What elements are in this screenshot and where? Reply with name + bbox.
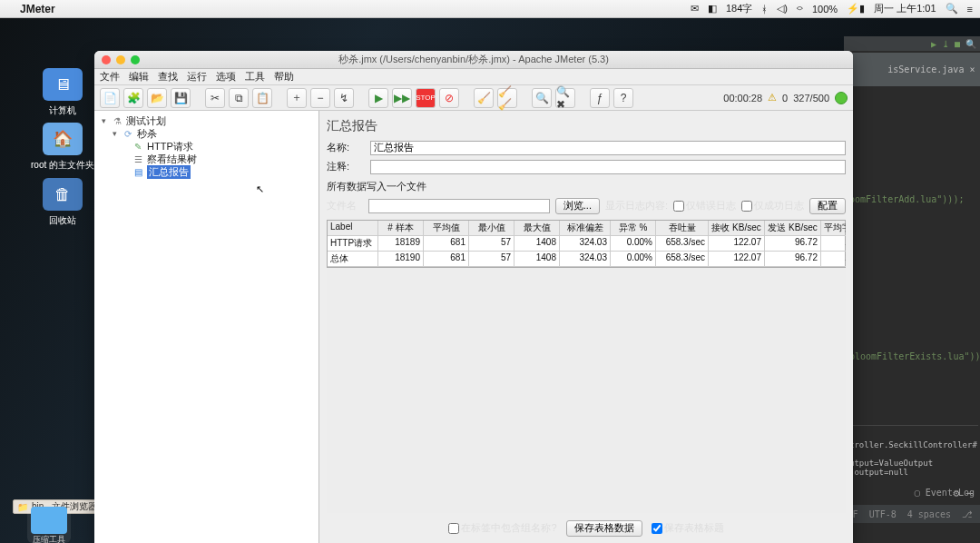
cell-through: 658.3/sec: [656, 236, 709, 252]
th-min[interactable]: 最小值: [469, 221, 514, 236]
th-max[interactable]: 最大值: [514, 221, 560, 236]
elapsed-time: 00:00:28: [723, 93, 762, 104]
include-group-checkbox[interactable]: 在标签中包含组名称?: [448, 521, 556, 535]
tree-node-threadgroup[interactable]: ▾ ⟳ 秒杀: [96, 127, 317, 140]
battery-icon[interactable]: ⚡▮: [847, 3, 865, 15]
help-button[interactable]: ?: [613, 88, 633, 108]
clear-button[interactable]: 🧹: [474, 88, 494, 108]
tree-node-label: 汇总报告: [147, 165, 191, 179]
desktop-icon-label: 回收站: [49, 215, 76, 225]
zoom-icon[interactable]: [131, 55, 140, 64]
tree-node-label: 察看结果树: [147, 153, 197, 166]
menu-help[interactable]: 帮助: [274, 70, 294, 84]
table-row[interactable]: 总体 18190 681 57 1408 324.03 0.00% 658.3/…: [328, 252, 845, 267]
panel-footer: 在标签中包含组名称? 保存表格数据 保存表格标题: [327, 517, 846, 539]
expand-handle-icon[interactable]: ▾: [111, 129, 119, 138]
function-helper-button[interactable]: ƒ: [590, 88, 610, 108]
configure-button[interactable]: 配置: [809, 198, 846, 214]
wifi-icon[interactable]: ⌔: [797, 4, 803, 15]
warning-icon[interactable]: ⚠: [768, 92, 777, 104]
debug-icon[interactable]: ⤓: [942, 39, 949, 49]
new-button[interactable]: 📄: [100, 88, 120, 108]
jmeter-titlebar: 秒杀.jmx (/Users/chenyanbin/秒杀.jmx) - Apac…: [94, 51, 853, 69]
clear-all-button[interactable]: 🧹🧹: [497, 88, 517, 108]
cell-error: 0.00%: [611, 236, 656, 252]
wechat-icon[interactable]: ✉: [691, 3, 699, 15]
desktop-icon-home[interactable]: 🏠 root 的主文件夹: [31, 123, 94, 172]
event-log-tab[interactable]: ▢ Event Log: [915, 488, 975, 498]
add-button[interactable]: ＋: [287, 88, 307, 108]
templates-button[interactable]: 🧩: [123, 88, 143, 108]
menubar-app-name[interactable]: JMeter: [20, 3, 55, 15]
spotlight-icon[interactable]: 🔍: [946, 3, 958, 15]
stop-button[interactable]: STOP: [416, 88, 436, 108]
search-icon[interactable]: 🔍: [965, 39, 976, 49]
copy-button[interactable]: ⧉: [229, 88, 249, 108]
cut-button[interactable]: ✂: [205, 88, 225, 108]
clock[interactable]: 周一 上午1:01: [874, 2, 936, 15]
start-button[interactable]: ▶: [368, 88, 388, 108]
desktop-icon-computer[interactable]: 🖥 计算机: [31, 68, 94, 117]
menu-search[interactable]: 查找: [158, 70, 178, 84]
minimize-icon[interactable]: [116, 55, 125, 64]
comment-label: 注释:: [327, 160, 367, 173]
run-icon[interactable]: ▶: [931, 39, 936, 49]
shutdown-button[interactable]: ⊘: [439, 88, 459, 108]
write-all-label: 所有数据写入一个文件: [327, 180, 846, 193]
comment-input[interactable]: [370, 160, 846, 174]
th-through[interactable]: 吞吐量: [656, 221, 709, 236]
dingtalk-icon[interactable]: ◧: [708, 3, 717, 15]
cell-through: 658.3/sec: [656, 252, 709, 267]
th-stddev[interactable]: 标准偏差: [560, 221, 611, 236]
http-icon: ✎: [132, 141, 143, 152]
th-error[interactable]: 异常 %: [611, 221, 656, 236]
tree-node-summary[interactable]: ▤ 汇总报告: [96, 165, 317, 178]
start-no-timers-button[interactable]: ▶▶: [392, 88, 412, 108]
menu-file[interactable]: 文件: [100, 70, 120, 84]
save-header-checkbox[interactable]: 保存表格标题: [652, 521, 724, 535]
name-input[interactable]: [370, 141, 846, 155]
reset-search-button[interactable]: 🔍✖: [555, 88, 575, 108]
toggle-button[interactable]: ↯: [334, 88, 354, 108]
cell-error: 0.00%: [611, 252, 656, 267]
open-button[interactable]: 📂: [147, 88, 167, 108]
tree-node-view-results[interactable]: ☰ 察看结果树: [96, 153, 317, 165]
th-avgb[interactable]: 平均字节数: [821, 221, 846, 236]
menu-options[interactable]: 选项: [216, 70, 236, 84]
tree-node-testplan[interactable]: ▾ ⚗ 测试计划: [96, 114, 317, 127]
table-row[interactable]: HTTP请求 18189 681 57 1408 324.03 0.00% 65…: [328, 236, 845, 252]
intellij-tab[interactable]: isService.java ×: [848, 53, 980, 86]
stop-icon[interactable]: ■: [955, 39, 960, 49]
th-samples[interactable]: # 样本: [378, 221, 424, 236]
macos-menubar: JMeter ✉ ◧ 184字 ᚼ ◁) ⌔ 100% ⚡▮ 周一 上午1:01…: [0, 0, 980, 18]
remove-button[interactable]: −: [310, 88, 330, 108]
menu-edit[interactable]: 编辑: [129, 70, 149, 84]
th-recv[interactable]: 接收 KB/sec: [709, 221, 765, 236]
save-table-button[interactable]: 保存表格数据: [566, 520, 642, 537]
volume-icon[interactable]: ◁): [777, 3, 788, 15]
cell-recv: 122.07: [709, 236, 765, 252]
menu-run[interactable]: 运行: [187, 70, 207, 84]
cell-avg: 681: [424, 252, 469, 267]
th-label[interactable]: Label: [328, 221, 378, 236]
only-success-checkbox[interactable]: 仅成功日志: [741, 199, 804, 212]
expand-handle-icon[interactable]: ▾: [100, 116, 108, 125]
browse-button[interactable]: 浏览...: [555, 198, 600, 214]
paste-button[interactable]: 📋: [252, 88, 272, 108]
battery-percent[interactable]: 100%: [812, 4, 838, 15]
tree-node-http[interactable]: ✎ HTTP请求: [96, 140, 317, 153]
only-error-checkbox[interactable]: 仅错误日志: [673, 199, 736, 212]
save-button[interactable]: 💾: [171, 88, 191, 108]
close-icon[interactable]: [102, 55, 111, 64]
cell-avg: 681: [424, 236, 469, 252]
menu-tools[interactable]: 工具: [245, 70, 265, 84]
bluetooth-icon[interactable]: ᚼ: [761, 4, 768, 15]
control-center-icon[interactable]: ≡: [967, 4, 973, 15]
th-avg[interactable]: 平均值: [424, 221, 469, 236]
search-button[interactable]: 🔍: [532, 88, 552, 108]
dock-app-icon[interactable]: [31, 507, 67, 534]
filename-input[interactable]: [368, 199, 550, 213]
desktop-icon-trash[interactable]: 🗑 回收站: [31, 178, 94, 227]
th-sent[interactable]: 发送 KB/sec: [765, 221, 821, 236]
input-method-status[interactable]: 184字: [726, 2, 752, 15]
